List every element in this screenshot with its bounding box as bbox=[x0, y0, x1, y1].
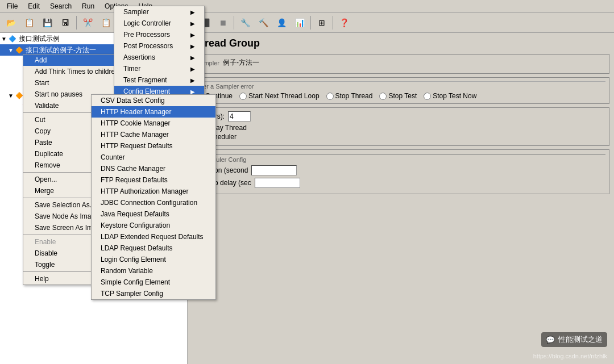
config-ftp-defaults-label: FTP Request Defaults bbox=[101, 176, 168, 184]
config-keystore-label: Keystore Configuration bbox=[101, 221, 170, 229]
tree-arrow-root: ▼ bbox=[1, 36, 8, 42]
toolbar: 📂 📋 💾 🖫 ✂️ 📋 ➕ ➖ ▶ ⏩ ⬛ ⏹ 🔧 🔨 👤 📊 ⊞ ❓ bbox=[0, 12, 614, 33]
config-login[interactable]: Login Config Element bbox=[92, 254, 215, 265]
toolbar-sep6 bbox=[333, 16, 333, 30]
menu-search[interactable]: Search bbox=[45, 1, 76, 11]
config-tcp-sampler[interactable]: TCP Sampler Config bbox=[92, 288, 215, 299]
config-ldap-extended[interactable]: LDAP Extended Request Defaults bbox=[92, 231, 215, 242]
submenu-timer-label: Timer bbox=[123, 65, 140, 73]
toolbar-save2[interactable]: 🖫 bbox=[57, 14, 74, 31]
config-simple[interactable]: Simple Config Element bbox=[92, 277, 215, 288]
submenu-logic-arrow: ▶ bbox=[190, 20, 195, 27]
toolbar-stop2[interactable]: ⏹ bbox=[214, 14, 231, 31]
toolbar-icon4[interactable]: 📊 bbox=[291, 14, 308, 31]
toolbar-cut[interactable]: ✂️ bbox=[79, 14, 96, 31]
submenu-sampler-arrow: ▶ bbox=[190, 9, 195, 15]
radio-stop-test[interactable]: Stop Test bbox=[379, 92, 417, 100]
config-http-header[interactable]: HTTP Header Manager bbox=[92, 106, 215, 118]
threads-panel: s (users): Delay Thread Scheduler bbox=[192, 107, 609, 146]
config-simple-label: Simple Config Element bbox=[101, 278, 170, 286]
watermark-url: https://blog.csdn.net/nfzhlk bbox=[533, 353, 607, 359]
config-counter-label: Counter bbox=[101, 153, 125, 161]
config-http-cookie[interactable]: HTTP Cookie Manager bbox=[92, 118, 215, 129]
ctx-start-no-pauses-label: Start no pauses bbox=[35, 90, 82, 98]
config-counter[interactable]: Counter bbox=[92, 152, 215, 163]
duration-input[interactable] bbox=[251, 165, 297, 175]
config-keystore[interactable]: Keystore Configuration bbox=[92, 220, 215, 231]
config-java-request-defaults[interactable]: Java Request Defaults bbox=[92, 208, 215, 220]
menu-file[interactable]: File bbox=[2, 1, 22, 11]
config-tcp-label: TCP Sampler Config bbox=[101, 290, 163, 298]
submenu-assertions[interactable]: Assertions ▶ bbox=[114, 52, 204, 63]
config-http-auth[interactable]: HTTP Authorization Manager bbox=[92, 186, 215, 197]
toolbar-save[interactable]: 💾 bbox=[39, 14, 56, 31]
toolbar-help[interactable]: ❓ bbox=[335, 14, 352, 31]
duration-field: Duration (second bbox=[196, 165, 605, 175]
wechat-badge: 💬 性能测试之道 bbox=[541, 332, 607, 347]
config-http-req-defaults-label: HTTP Request Defaults bbox=[101, 142, 173, 150]
submenu-sampler[interactable]: Sampler ▶ bbox=[114, 6, 204, 18]
config-jdbc-label: JDBC Connection Configuration bbox=[101, 199, 197, 207]
toolbar-grid[interactable]: ⊞ bbox=[313, 14, 330, 31]
radio-stop-thread[interactable]: Stop Thread bbox=[326, 92, 373, 100]
toolbar-sep1 bbox=[76, 16, 77, 30]
toolbar-icon3[interactable]: 👤 bbox=[273, 14, 290, 31]
toolbar-icon2[interactable]: 🔨 bbox=[255, 14, 272, 31]
ctx-save-selection-label: Save Selection As... bbox=[35, 201, 96, 209]
wechat-title: 性能测试之道 bbox=[558, 334, 603, 345]
config-http-request-defaults[interactable]: HTTP Request Defaults bbox=[92, 140, 215, 152]
num-threads-field: s (users): bbox=[196, 111, 605, 122]
ctx-add-think-label: Add Think Times to children bbox=[35, 68, 119, 76]
delay-thread-row: Delay Thread bbox=[196, 124, 605, 132]
config-csv-data-set[interactable]: CSV Data Set Config bbox=[92, 95, 215, 106]
startup-input[interactable] bbox=[255, 178, 300, 188]
submenu-test-fragment[interactable]: Test Fragment ▶ bbox=[114, 74, 204, 86]
sampler-value: 例子-方法一 bbox=[223, 58, 259, 68]
config-jdbc-connection[interactable]: JDBC Connection Configuration bbox=[92, 197, 215, 208]
submenu-assertions-arrow: ▶ bbox=[190, 55, 195, 61]
ctx-cut-label: Cut bbox=[35, 116, 45, 124]
config-ftp-defaults[interactable]: FTP Request Defaults bbox=[92, 174, 215, 186]
error-section-label: after a Sampler error bbox=[196, 81, 605, 90]
config-java-req-label: Java Request Defaults bbox=[101, 210, 169, 218]
submenu-timer[interactable]: Timer ▶ bbox=[114, 63, 204, 74]
tree-child1-label: 接口测试的例子-方法一 bbox=[26, 45, 96, 55]
submenu-post-processors[interactable]: Post Processors ▶ bbox=[114, 40, 204, 52]
submenu-logic-controller[interactable]: Logic Controller ▶ bbox=[114, 18, 204, 29]
tree-arrow-child2: ▼ bbox=[8, 93, 15, 99]
ctx-help-label: Help bbox=[35, 275, 49, 283]
menu-edit[interactable]: Edit bbox=[23, 1, 44, 11]
startup-field: Startup delay (sec bbox=[196, 178, 605, 188]
config-http-cache-label: HTTP Cache Manager bbox=[101, 131, 169, 139]
ctx-disable-label: Disable bbox=[35, 249, 57, 257]
ctx-open-label: Open... bbox=[35, 175, 57, 183]
toolbar-open[interactable]: 📋 bbox=[20, 14, 38, 31]
submenu-pre-processors[interactable]: Pre Processors ▶ bbox=[114, 29, 204, 40]
config-ldap-request[interactable]: LDAP Request Defaults bbox=[92, 242, 215, 254]
scheduler-config-label: Scheduler Config bbox=[196, 154, 605, 164]
toolbar-sep5 bbox=[310, 16, 311, 30]
ctx-remove-label: Remove bbox=[35, 161, 60, 169]
tree-root-label: 接口测试示例 bbox=[19, 34, 60, 44]
ctx-save-node-label: Save Node As Image bbox=[35, 212, 99, 220]
radio-stop-test-now[interactable]: Stop Test Now bbox=[424, 92, 476, 100]
radio-next-loop[interactable]: Start Next Thread Loop bbox=[239, 92, 320, 100]
ctx-add-label: Add bbox=[35, 56, 47, 64]
config-dns-cache[interactable]: DNS Cache Manager bbox=[92, 163, 215, 174]
config-random-variable[interactable]: Random Variable bbox=[92, 265, 215, 277]
toolbar-icon1[interactable]: 🔧 bbox=[237, 14, 254, 31]
config-http-header-label: HTTP Header Manager bbox=[101, 108, 172, 116]
submenu-pre-arrow: ▶ bbox=[190, 32, 195, 38]
toolbar-new[interactable]: 📂 bbox=[2, 14, 19, 31]
ctx-merge-label: Merge bbox=[35, 187, 54, 195]
submenu-post-arrow: ▶ bbox=[190, 43, 195, 49]
wechat-icon: 💬 bbox=[546, 336, 555, 344]
menu-run[interactable]: Run bbox=[77, 1, 99, 11]
num-threads-input[interactable] bbox=[228, 111, 251, 122]
content-area: Thread Group Sampler 例子-方法一 after a Samp… bbox=[188, 33, 614, 364]
ctx-duplicate-label: Duplicate bbox=[35, 150, 63, 158]
ctx-toggle-label: Toggle bbox=[35, 261, 55, 269]
config-http-cache[interactable]: HTTP Cache Manager bbox=[92, 129, 215, 140]
toolbar-copy[interactable]: 📋 bbox=[97, 14, 114, 31]
submenu-test-fragment-label: Test Fragment bbox=[123, 76, 167, 84]
